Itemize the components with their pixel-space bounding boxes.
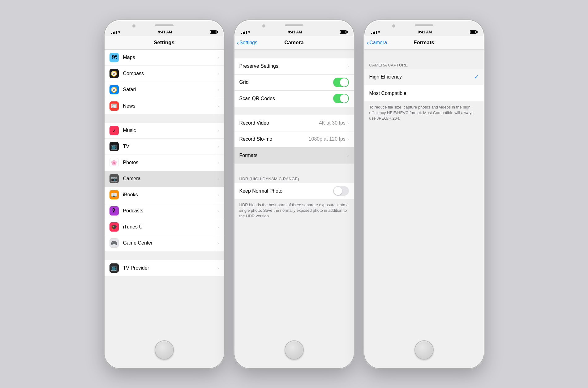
list-item-scan-qr[interactable]: Scan QR Codes bbox=[234, 91, 354, 107]
separator-p2-2 bbox=[234, 164, 354, 172]
game-center-label: Game Center bbox=[123, 240, 217, 246]
compass-label: Compass bbox=[123, 71, 217, 76]
photos-icon: 🌸 bbox=[109, 158, 119, 167]
list-item-podcasts[interactable]: 🎙 Podcasts › bbox=[105, 203, 224, 219]
list-item-formats[interactable]: Formats › bbox=[234, 147, 354, 164]
ibooks-chevron: › bbox=[217, 192, 219, 197]
home-button-1[interactable] bbox=[155, 340, 174, 360]
settings-title: Settings bbox=[154, 40, 174, 46]
record-slo-mo-label: Record Slo-mo bbox=[239, 136, 309, 142]
list-item-ibooks[interactable]: 📖 iBooks › bbox=[105, 187, 224, 203]
signal-bars-2 bbox=[241, 30, 247, 34]
maps-chevron: › bbox=[217, 55, 219, 60]
record-video-label: Record Video bbox=[239, 120, 319, 126]
scan-qr-toggle-knob bbox=[340, 94, 348, 103]
formats-content: CAMERA CAPTURE High Efficiency ✓ Most Co… bbox=[364, 58, 484, 101]
signal-bar-2-1 bbox=[241, 33, 242, 34]
back-chevron-2: ‹ bbox=[237, 40, 239, 46]
tv-provider-chevron: › bbox=[217, 266, 219, 271]
list-item-maps[interactable]: 🗺 Maps › bbox=[105, 50, 224, 66]
music-icon: ♪ bbox=[109, 126, 119, 135]
maps-label: Maps bbox=[123, 55, 217, 60]
formats-chevron: › bbox=[347, 153, 349, 158]
back-button-settings[interactable]: ‹ Settings bbox=[237, 40, 257, 46]
safari-chevron: › bbox=[217, 87, 219, 92]
list-item-itunes-u[interactable]: 🎓 iTunes U › bbox=[105, 219, 224, 235]
list-item-tv[interactable]: 📺 TV › bbox=[105, 139, 224, 155]
ibooks-icon: 📖 bbox=[109, 190, 119, 199]
keep-normal-photo-toggle[interactable] bbox=[333, 186, 349, 196]
music-chevron: › bbox=[217, 128, 219, 133]
keep-normal-photo-toggle-knob bbox=[334, 187, 342, 195]
signal-bar-2-3 bbox=[244, 32, 245, 34]
status-left-3: ▾ bbox=[371, 30, 380, 34]
list-item-grid[interactable]: Grid bbox=[234, 75, 354, 91]
list-item-record-slo-mo[interactable]: Record Slo-mo 1080p at 120 fps › bbox=[234, 131, 354, 147]
news-chevron: › bbox=[217, 104, 219, 109]
home-button-2[interactable] bbox=[285, 340, 304, 360]
speaker-2 bbox=[285, 24, 303, 26]
podcasts-chevron: › bbox=[217, 208, 219, 213]
signal-bar-1 bbox=[111, 33, 112, 34]
ibooks-label: iBooks bbox=[123, 192, 217, 198]
camera-chevron: › bbox=[217, 176, 219, 181]
camera-capture-header: CAMERA CAPTURE bbox=[364, 58, 484, 69]
list-item-camera[interactable]: 📷 Camera › bbox=[105, 171, 224, 187]
formats-screen: CAMERA CAPTURE High Efficiency ✓ Most Co… bbox=[364, 50, 484, 335]
speaker-1 bbox=[155, 24, 174, 26]
itunes-u-chevron: › bbox=[217, 224, 219, 229]
list-item-safari[interactable]: 🧭 Safari › bbox=[105, 82, 224, 98]
format-item-most-compatible[interactable]: Most Compatible bbox=[364, 85, 484, 101]
battery-fill-1 bbox=[211, 31, 215, 33]
home-button-3[interactable] bbox=[414, 340, 434, 360]
itunes-u-label: iTunes U bbox=[123, 224, 217, 230]
list-item-keep-normal-photo[interactable]: Keep Normal Photo bbox=[234, 183, 354, 199]
list-item-music[interactable]: ♪ Music › bbox=[105, 123, 224, 139]
back-button-camera[interactable]: ‹ Camera bbox=[367, 40, 387, 46]
camera-icon: 📷 bbox=[109, 174, 119, 183]
signal-bars-1 bbox=[111, 30, 117, 34]
scan-qr-toggle[interactable] bbox=[333, 94, 349, 103]
wifi-icon-1: ▾ bbox=[118, 30, 120, 34]
safari-icon: 🧭 bbox=[109, 85, 119, 94]
settings-screen: 🗺 Maps › 🧭 Compass › 🧭 Safari › 📰 News › bbox=[105, 50, 224, 335]
battery-icon-3 bbox=[470, 30, 477, 34]
signal-bar-3-1 bbox=[371, 33, 372, 34]
signal-bar-2-2 bbox=[243, 32, 244, 34]
speaker-3 bbox=[415, 24, 433, 26]
list-item-compass[interactable]: 🧭 Compass › bbox=[105, 66, 224, 82]
status-right-1 bbox=[210, 30, 217, 34]
camera-nav-title: Camera bbox=[284, 40, 303, 46]
tv-provider-icon: 📺 bbox=[109, 263, 119, 273]
list-item-record-video[interactable]: Record Video 4K at 30 fps › bbox=[234, 115, 354, 131]
list-item-photos[interactable]: 🌸 Photos › bbox=[105, 155, 224, 171]
hdr-section-header: HDR (HIGH DYNAMIC RANGE) bbox=[234, 172, 354, 183]
camera-label: Camera bbox=[123, 176, 217, 181]
high-efficiency-label: High Efficiency bbox=[369, 74, 474, 80]
game-center-chevron: › bbox=[217, 241, 219, 245]
home-button-area-2 bbox=[234, 335, 354, 368]
signal-bar-3-3 bbox=[374, 32, 375, 34]
settings-nav-bar: Settings bbox=[105, 36, 224, 50]
grid-toggle[interactable] bbox=[333, 78, 349, 87]
battery-fill-2 bbox=[341, 31, 345, 33]
list-item-news[interactable]: 📰 News › bbox=[105, 98, 224, 114]
format-item-high-efficiency[interactable]: High Efficiency ✓ bbox=[364, 69, 484, 85]
formats-label: Formats bbox=[239, 153, 347, 158]
compass-icon: 🧭 bbox=[109, 69, 119, 78]
list-item-tv-provider[interactable]: 📺 TV Provider › bbox=[105, 260, 224, 276]
phone-2: ▾ 9:41 AM ‹ Settings Camera Preserve Set… bbox=[234, 19, 354, 369]
list-item-game-center[interactable]: 🎮 Game Center › bbox=[105, 235, 224, 251]
camera-top-section: Preserve Settings › Grid Scan QR Codes bbox=[234, 58, 354, 107]
phone-1: ▾ 9:41 AM Settings 🗺 Maps › 🧭 Compass › bbox=[104, 19, 225, 369]
news-icon: 📰 bbox=[109, 101, 119, 111]
list-item-preserve-settings[interactable]: Preserve Settings › bbox=[234, 58, 354, 75]
photos-label: Photos bbox=[123, 160, 217, 165]
phone-top-bar-3 bbox=[364, 20, 484, 28]
most-compatible-label: Most Compatible bbox=[369, 91, 479, 96]
status-time-1: 9:41 AM bbox=[158, 30, 172, 34]
signal-bar-3-4 bbox=[376, 31, 377, 34]
hdr-description: HDR blends the best parts of three separ… bbox=[234, 199, 354, 224]
tv-chevron: › bbox=[217, 144, 219, 149]
settings-list: 🗺 Maps › 🧭 Compass › 🧭 Safari › 📰 News › bbox=[105, 50, 224, 276]
